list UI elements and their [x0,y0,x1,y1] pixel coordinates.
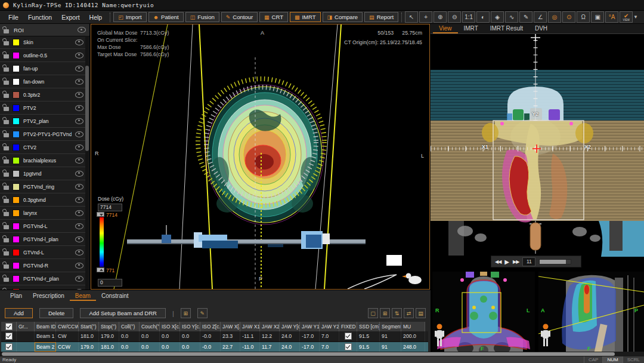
dose-lower-handle[interactable] [97,267,104,272]
lock-icon[interactable]: Ω [577,11,590,23]
roi-item[interactable]: PGTVnd-L [0,220,86,233]
rewind-button[interactable]: ◀◀ [495,259,501,264]
toolbar-button-crt[interactable]: ▦CRT [259,12,288,22]
roi-scrollbar[interactable] [85,36,89,290]
visibility-eye-icon[interactable] [75,53,83,59]
edit-table-row-icon[interactable]: ✎ [197,308,208,318]
window-level-icon[interactable]: ◐ [476,11,490,23]
tab-imrt-result[interactable]: IMRT Result [484,24,529,33]
roi-item[interactable]: CTV2 [0,141,86,154]
sagittal-dose-view[interactable]: A P F [538,272,644,356]
scrollbar-thumb[interactable] [2,352,615,356]
dose-min-input[interactable]: 0 [98,279,122,287]
visibility-eye-icon[interactable] [75,197,83,203]
dose-upper-handle[interactable] [97,212,104,217]
roi-item[interactable]: larynx [0,207,86,220]
roi-item[interactable]: 0.3pgtvnd [0,193,86,207]
menu-export[interactable]: Export [57,14,84,21]
add-button[interactable]: Add [5,308,33,318]
menu-file[interactable]: File [4,14,23,21]
roi-item[interactable] [0,285,86,290]
actual-size-icon[interactable]: 1:1 [462,11,475,23]
toolbar-button-patient[interactable]: ☻Patient [148,12,184,22]
beam-tool-sort-icon[interactable]: ⇅ [392,308,402,318]
beam-tool-grid-icon[interactable]: ⊞ [380,308,390,318]
beam-tool-swap-icon[interactable]: ⇄ [404,308,414,318]
roi-item[interactable]: 0.3ptv2 [0,88,86,101]
roi-item[interactable]: GTVnd-L [0,246,86,259]
beam-tool-list-icon[interactable]: ▤ [416,308,426,318]
dose-profile-icon[interactable]: ∿ [505,11,518,23]
measure-icon[interactable]: ✎ [519,11,532,23]
visibility-eye-icon[interactable] [75,236,83,242]
angle-icon[interactable]: ∠ [534,11,547,23]
add-table-row-icon[interactable]: ⊞ [181,308,191,318]
cursor-icon[interactable]: ↖ [405,11,418,23]
roi-item[interactable]: PGTVnd-l_plan [0,233,86,246]
bev-view[interactable]: Y2 X1 X2 ◀◀ ▶ ▶▶ 11 [431,34,644,272]
toolbar-button-report[interactable]: ▤Report [364,12,398,22]
view-3d-icon[interactable]: ◈ [491,11,504,23]
toolbar-button-fusion[interactable]: ◫Fusion [185,12,219,22]
delete-button[interactable]: Delete [39,308,73,318]
roi-item[interactable]: outline-0.5 [0,49,86,62]
toolbar-button-compare[interactable]: ◨Compare [323,12,363,22]
frame-number[interactable]: 11 [522,257,535,266]
roi-item[interactable]: brachialplexus [0,154,86,167]
visibility-eye-icon[interactable] [75,39,83,45]
roi-scrollbar-thumb[interactable] [85,66,89,151]
tab-plan[interactable]: Plan [5,291,27,301]
visibility-eye-icon[interactable] [75,66,83,72]
roi-item[interactable]: 1pgtvnd [0,167,86,180]
toolbar-button-contour[interactable]: ✎Contour [221,12,258,22]
visibility-eye-icon[interactable] [75,184,83,190]
beam-tool-copy-icon[interactable]: ▢ [368,308,378,318]
visibility-eye-icon[interactable] [75,131,83,137]
beam-table-row[interactable]: Beam 2CCW179.0181.00.00.00.00.0-0.022.7-… [1,342,428,353]
roi-item[interactable]: PGTVnd-r_plan [0,272,86,285]
tab-constraint[interactable]: Constraint [96,291,134,301]
visibility-eye-icon[interactable] [75,92,83,98]
play-button[interactable]: ▶ [504,259,509,265]
roi-item[interactable]: PTV2 [0,101,86,115]
toolbar-button-import[interactable]: ◰Import [113,12,146,22]
roi-item[interactable]: PGTVnd-R [0,259,86,272]
tab-view[interactable]: View [433,24,458,33]
beam-enabled-checkbox[interactable] [5,343,13,350]
visibility-eye-icon[interactable] [75,144,83,150]
visibility-eye-icon[interactable] [75,263,83,269]
tab-dvh[interactable]: DVH [529,24,553,33]
annotation-icon[interactable]: °A [605,11,618,23]
zoom-out-icon[interactable]: ⊖ [448,11,461,23]
roi-item[interactable]: PTV2_plan [0,115,86,128]
roi-item[interactable]: Skin [0,36,86,49]
roi-item[interactable]: PGTVnd_ring [0,180,86,193]
select-all-checkbox[interactable] [5,323,13,330]
menu-help[interactable]: Help [85,14,107,21]
tab-prescription[interactable]: Prescription [27,291,70,301]
capture-icon[interactable]: ▣ [591,11,604,23]
menu-function[interactable]: Function [23,14,57,21]
zoom-in-icon[interactable]: ⊕ [434,11,447,23]
roi-item[interactable]: fan-down [0,75,86,88]
visibility-eye-icon[interactable] [75,79,83,85]
beam-enabled-checkbox[interactable] [5,333,13,340]
axial-ct-view[interactable]: Global Max Dose7713.3(cGy)On Current Sli… [91,24,430,290]
add-setup-beam-and-drr-button[interactable]: Add Setup Beam and DRR [80,308,166,318]
visibility-eye-icon[interactable] [75,171,83,177]
tab-beam[interactable]: Beam [70,291,96,301]
horizontal-scrollbar[interactable] [0,352,644,356]
visibility-eye-icon[interactable] [75,210,83,216]
view-mode-icon[interactable]: ✔VIEW [620,11,633,23]
forward-button[interactable]: ▶▶ [513,259,519,264]
dose-max-input[interactable]: 7714 [98,204,122,211]
pan-icon[interactable]: + [419,11,432,23]
tab-imrt[interactable]: IMRT [458,24,484,33]
fixed-checkbox[interactable] [345,333,352,340]
beam-table-row[interactable]: Beam 1CW181.0179.00.00.00.00.0-0.023.3-1… [1,331,428,342]
expand-tools-icon[interactable]: ▼ [633,14,638,20]
coronal-dose-view[interactable]: R L F [432,272,535,356]
visibility-eye-icon[interactable] [75,250,83,256]
visibility-eye-icon[interactable] [75,276,83,282]
visibility-eye-icon[interactable] [75,105,83,111]
